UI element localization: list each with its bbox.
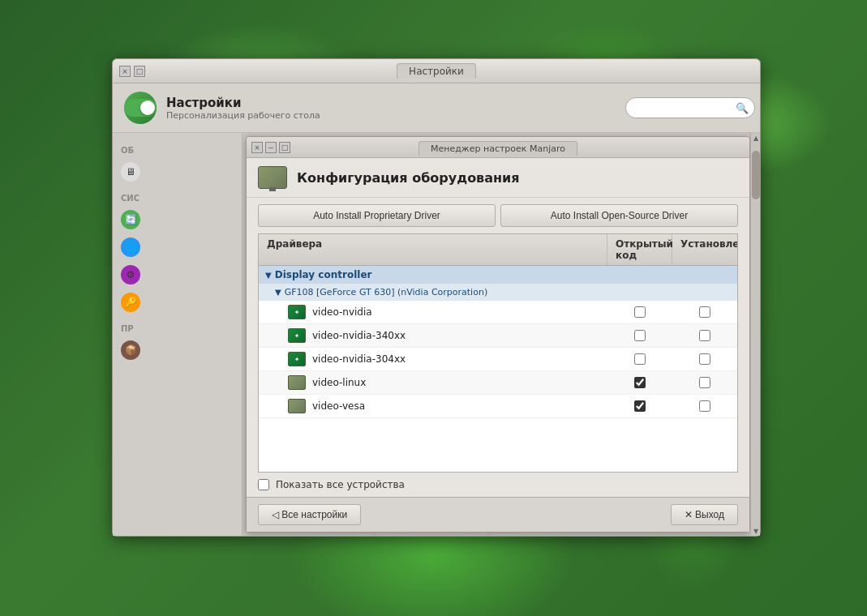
driver-name-cell-2: video-nvidia-340xx (259, 324, 607, 347)
opensource-checkbox-5[interactable] (607, 396, 672, 416)
sidebar-section-sys: Сис (113, 190, 242, 206)
col-installed: Установлен (672, 234, 737, 265)
opensource-checkbox-4[interactable] (607, 373, 672, 392)
hw-title: Конфигурация оборудования (297, 170, 520, 186)
driver-name-cell-5: video-vesa (259, 395, 607, 417)
checkbox-opensource-2[interactable] (634, 330, 646, 341)
checkbox-installed-5[interactable] (699, 400, 710, 412)
scroll-thumb[interactable] (752, 151, 760, 199)
outer-window: × □ Настройки Настройки Персонализация р… (112, 58, 761, 537)
checkbox-opensource-4[interactable] (634, 377, 646, 388)
driver-table: Драйвера Открытый код Установлен ▼ Displ… (258, 233, 738, 473)
group-label: Display controller (275, 269, 372, 280)
outer-titlebar: × □ Настройки (113, 59, 760, 83)
show-all-checkbox[interactable] (258, 479, 269, 490)
inner-maximize-button[interactable]: □ (279, 142, 290, 153)
opensource-checkbox-3[interactable] (607, 349, 672, 369)
opensource-driver-button[interactable]: Auto Install Open-Source Driver (500, 204, 738, 227)
app-title: Настройки (166, 96, 320, 110)
header-icon (124, 92, 157, 124)
minimize-button[interactable]: □ (134, 66, 145, 77)
checkbox-installed-1[interactable] (699, 306, 710, 318)
inner-titlebar: × − □ Менеджер настроек Manjaro (247, 137, 749, 158)
inner-close-button[interactable]: × (251, 142, 263, 153)
subgroup-arrow-icon: ▼ (275, 288, 281, 297)
sidebar-icon-4: ⚙ (121, 265, 140, 284)
search-container: 🔍 (625, 97, 749, 118)
driver-name-cell: video-nvidia (259, 301, 607, 323)
sidebar-item-6[interactable]: 📦 (113, 336, 242, 364)
sidebar-icon-5: 🔑 (121, 293, 140, 312)
scroll-up-button[interactable]: ▲ (751, 133, 760, 143)
sidebar-item-4[interactable]: ⚙ (113, 261, 242, 289)
installed-checkbox-5[interactable] (672, 396, 737, 416)
header-text: Настройки Персонализация рабочего стола (166, 96, 320, 121)
toggle-switch[interactable] (124, 99, 157, 117)
table-header: Драйвера Открытый код Установлен (259, 234, 737, 266)
checkbox-opensource-5[interactable] (634, 400, 646, 412)
checkbox-installed-3[interactable] (699, 353, 710, 365)
driver-name-cell-4: video-linux (259, 371, 607, 394)
exit-button[interactable]: ✕ Выход (671, 504, 738, 525)
checkbox-opensource-3[interactable] (634, 353, 646, 365)
nvidia-icon-3 (288, 352, 306, 366)
inner-title-tab: Менеджер настроек Manjaro (418, 141, 577, 156)
table-body: ▼ Display controller ▼ GF108 [GeForce GT… (259, 266, 737, 418)
sidebar-item-2[interactable]: 🔄 (113, 206, 242, 233)
installed-checkbox-4[interactable] (672, 373, 737, 392)
proprietary-driver-button[interactable]: Auto Install Proprietary Driver (258, 204, 496, 227)
back-button[interactable]: ◁ Все настройки (258, 504, 361, 525)
show-all-row: Показать все устройства (247, 473, 749, 497)
opensource-checkbox-1[interactable] (607, 302, 672, 322)
show-all-label: Показать все устройства (276, 479, 405, 490)
sidebar-item-1[interactable]: 🖥 (113, 158, 242, 186)
table-row: video-nvidia (259, 301, 737, 324)
hw-footer: ◁ Все настройки ✕ Выход (247, 497, 749, 532)
outer-body: Об 🖥 Сис 🔄 🌐 ⚙ 🔑 Пр (113, 133, 760, 536)
scroll-down-button[interactable]: ▼ (751, 526, 760, 536)
table-row: video-vesa (259, 395, 737, 418)
nvidia-icon-2 (288, 328, 306, 343)
driver-label-4: video-linux (312, 377, 366, 388)
group-arrow-icon: ▼ (265, 271, 272, 280)
app-subtitle: Персонализация рабочего стола (166, 110, 320, 121)
hw-header: Конфигурация оборудования (247, 158, 749, 198)
close-button[interactable]: × (119, 66, 131, 77)
inner-window-controls: × − □ (251, 142, 290, 153)
sidebar-item-3[interactable]: 🌐 (113, 233, 242, 261)
sidebar: Об 🖥 Сис 🔄 🌐 ⚙ 🔑 Пр (113, 133, 243, 536)
checkbox-installed-2[interactable] (699, 330, 710, 341)
installed-checkbox-2[interactable] (672, 326, 737, 345)
sidebar-icon-2: 🔄 (121, 210, 140, 229)
driver-label-5: video-vesa (312, 400, 365, 412)
table-row: video-linux (259, 371, 737, 395)
checkbox-installed-4[interactable] (699, 377, 710, 388)
hw-panel: Конфигурация оборудования Auto Install P… (247, 158, 749, 532)
opensource-checkbox-2[interactable] (607, 326, 672, 345)
sidebar-item-5[interactable]: 🔑 (113, 289, 242, 316)
inner-minimize-button[interactable]: − (265, 142, 277, 153)
col-driver: Драйвера (259, 234, 607, 265)
outer-window-controls: × □ (119, 66, 145, 77)
installed-checkbox-1[interactable] (672, 302, 737, 322)
nvidia-icon-1 (288, 305, 306, 319)
group-display-controller[interactable]: ▼ Display controller (259, 266, 737, 284)
hw-header-icon (258, 166, 287, 189)
sidebar-section-ob: Об (113, 143, 242, 158)
outer-window-title: Настройки (397, 65, 476, 77)
inner-window: × − □ Менеджер настроек Manjaro (246, 136, 750, 533)
inner-window-title: Менеджер настроек Manjaro (418, 139, 577, 155)
checkbox-opensource-1[interactable] (634, 306, 646, 318)
outer-content: Настройки Персонализация рабочего стола … (113, 83, 760, 536)
scroll-track: ▲ ▼ (750, 133, 760, 536)
outer-header: Настройки Персонализация рабочего стола … (113, 83, 760, 133)
driver-label-1: video-nvidia (312, 306, 372, 318)
linux-icon-2 (288, 399, 306, 413)
installed-checkbox-3[interactable] (672, 349, 737, 369)
subgroup-geforce[interactable]: ▼ GF108 [GeForce GT 630] (nVidia Corpora… (259, 284, 737, 301)
linux-icon-1 (288, 375, 306, 390)
search-icon[interactable]: 🔍 (736, 102, 749, 114)
col-opensource: Открытый код (607, 234, 672, 265)
table-row: video-nvidia-304xx (259, 348, 737, 371)
main-area: × − □ Менеджер настроек Manjaro (243, 133, 760, 536)
